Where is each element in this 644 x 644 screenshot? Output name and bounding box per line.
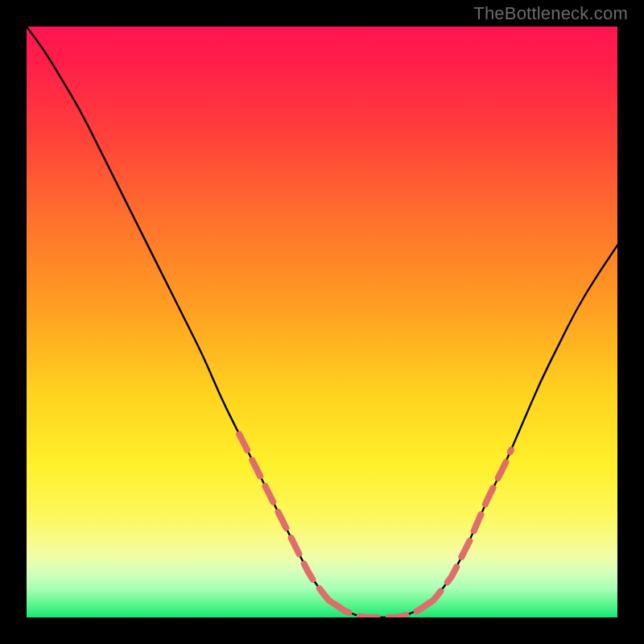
plot-area xyxy=(27,27,617,617)
dash-segment-left xyxy=(239,435,334,604)
bottleneck-curve xyxy=(27,27,617,617)
watermark-text: TheBottleneck.com xyxy=(473,3,628,24)
dash-segment-right xyxy=(428,450,511,604)
dash-segment-floor xyxy=(334,604,428,617)
chart-stage: TheBottleneck.com xyxy=(0,0,644,644)
curve-layer xyxy=(27,27,617,617)
